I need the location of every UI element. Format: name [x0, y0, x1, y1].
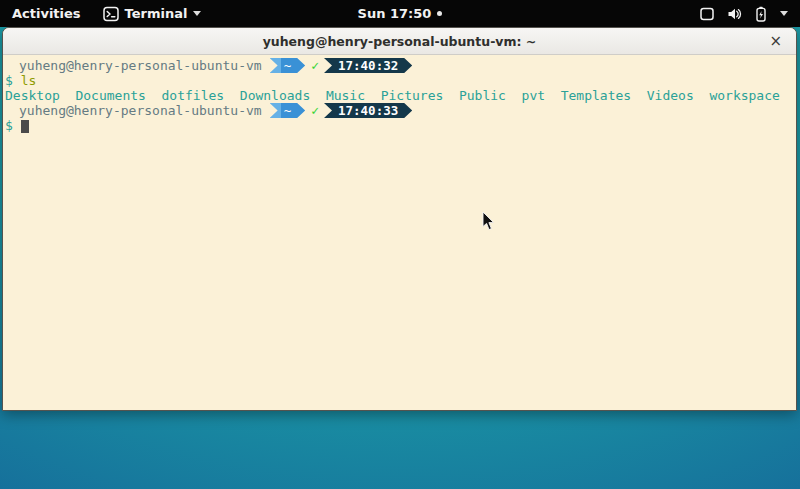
display-icon: [699, 6, 715, 22]
prompt-line: yuheng@henry-personal-ubuntu-vm ~ ✓ 17:4…: [5, 58, 794, 73]
ls-output: Desktop Documents dotfiles Downloads Mus…: [5, 88, 794, 103]
prompt-dollar: $: [5, 118, 13, 133]
terminal-cursor: [21, 120, 29, 133]
prompt-path-label: ~: [284, 103, 292, 118]
app-menu-button[interactable]: Terminal: [93, 0, 212, 27]
terminal-app-icon: [103, 6, 119, 22]
clock-button[interactable]: Sun 17:50: [358, 6, 443, 21]
battery-charging-icon: [753, 6, 769, 22]
prompt-status-check-icon: ✓: [311, 103, 319, 118]
top-bar-left: Activities Terminal: [0, 0, 211, 27]
prompt-path-label: ~: [284, 58, 292, 73]
system-status-menu[interactable]: [687, 0, 800, 27]
terminal-window: yuheng@henry-personal-ubuntu-vm: ~ × yuh…: [2, 27, 797, 411]
command-text: ls: [21, 73, 37, 88]
prompt-time-label: 17:40:33: [338, 103, 398, 118]
clock-label: Sun 17:50: [358, 6, 432, 21]
prompt-time-label: 17:40:32: [338, 58, 398, 73]
chevron-down-icon: [780, 11, 788, 16]
window-titlebar[interactable]: yuheng@henry-personal-ubuntu-vm: ~ ×: [3, 28, 796, 55]
chevron-down-icon: [193, 11, 201, 16]
notification-dot-icon: [437, 11, 442, 16]
prompt-time-segment: 17:40:32: [324, 58, 412, 73]
input-line[interactable]: $: [5, 118, 794, 133]
terminal-content[interactable]: yuheng@henry-personal-ubuntu-vm ~ ✓ 17:4…: [3, 55, 796, 411]
activities-button[interactable]: Activities: [0, 0, 93, 27]
prompt-path-segment: ~: [270, 103, 306, 118]
command-line: $ ls: [5, 73, 794, 88]
prompt-path-segment: ~: [270, 58, 306, 73]
app-menu-label: Terminal: [125, 6, 188, 21]
prompt-dollar: $: [5, 73, 13, 88]
top-bar: Activities Terminal Sun 17:50: [0, 0, 800, 27]
volume-icon: [726, 6, 742, 22]
prompt-user-host: yuheng@henry-personal-ubuntu-vm: [19, 58, 262, 73]
window-title: yuheng@henry-personal-ubuntu-vm: ~: [263, 34, 537, 49]
prompt-line: yuheng@henry-personal-ubuntu-vm ~ ✓ 17:4…: [5, 103, 794, 118]
prompt-user-host: yuheng@henry-personal-ubuntu-vm: [19, 103, 262, 118]
close-icon[interactable]: ×: [769, 34, 782, 49]
prompt-time-segment: 17:40:33: [324, 103, 412, 118]
prompt-status-check-icon: ✓: [311, 58, 319, 73]
